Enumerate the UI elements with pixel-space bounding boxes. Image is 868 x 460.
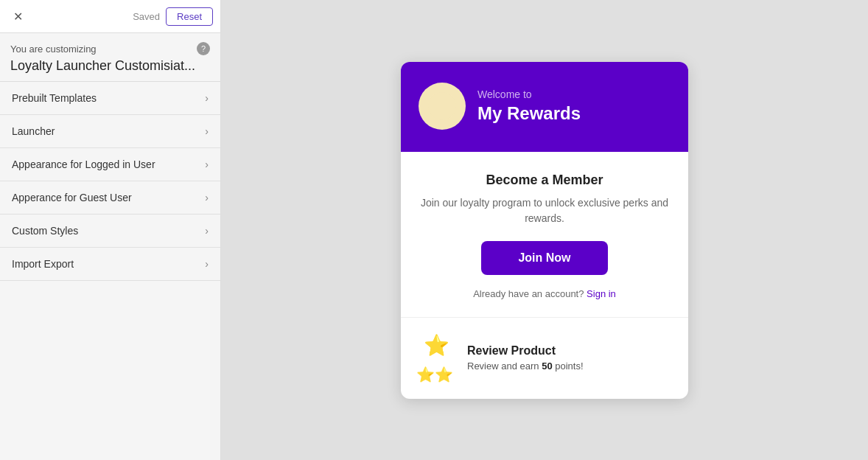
nav-item-label: Import Export [12, 258, 74, 270]
welcome-to-label: Welcome to [477, 88, 581, 100]
chevron-right-icon: › [205, 158, 209, 170]
chevron-right-icon: › [205, 225, 209, 237]
sidebar: ✕ Saved Reset You are customizing ? Loya… [0, 0, 221, 460]
saved-status: Saved [133, 11, 160, 22]
become-member-section: Become a Member Join our loyalty program… [401, 152, 688, 318]
nav-item-label: Apperance for Guest User [12, 192, 132, 203]
customizing-title: Loyalty Launcher Customisiat... [10, 58, 210, 74]
review-product-description: Review and earn 50 points! [467, 360, 584, 372]
become-member-description: Join our loyalty program to unlock exclu… [419, 195, 671, 226]
join-now-button[interactable]: Join Now [481, 241, 607, 275]
customizing-row: You are customizing ? [10, 42, 210, 55]
sidebar-item-appearance-guest-user[interactable]: Apperance for Guest User › [0, 181, 220, 215]
review-desc-prefix: Review and earn [467, 360, 542, 372]
sidebar-item-prebuilt-templates[interactable]: Prebuilt Templates › [0, 82, 220, 115]
rewards-title: My Rewards [477, 103, 581, 124]
widget-body: Become a Member Join our loyalty program… [401, 152, 688, 399]
nav-item-label: Appearance for Logged in User [12, 158, 155, 170]
review-stars-icon: ⭐ ⭐⭐ [416, 331, 457, 386]
nav-item-label: Custom Styles [12, 225, 78, 237]
rewards-logo-icon: 👍 [419, 83, 466, 130]
preview-area: 👍 Welcome to My Rewards Become a Member … [221, 0, 868, 460]
sidebar-item-custom-styles[interactable]: Custom Styles › [0, 215, 220, 248]
sign-in-row: Already have an account? Sign in [419, 288, 671, 299]
help-icon[interactable]: ? [197, 42, 210, 55]
rewards-widget: 👍 Welcome to My Rewards Become a Member … [401, 62, 688, 399]
sign-in-text: Already have an account? [473, 288, 584, 299]
sign-in-link[interactable]: Sign in [587, 288, 616, 299]
reset-button[interactable]: Reset [166, 7, 213, 26]
chevron-right-icon: › [205, 258, 209, 270]
review-product-title: Review Product [467, 344, 584, 358]
sidebar-item-launcher[interactable]: Launcher › [0, 115, 220, 148]
svg-point-0 [428, 92, 456, 120]
chevron-right-icon: › [205, 125, 209, 137]
customizing-section: You are customizing ? Loyalty Launcher C… [0, 33, 220, 82]
become-member-title: Become a Member [419, 172, 671, 188]
chevron-right-icon: › [205, 192, 209, 203]
close-icon: ✕ [13, 10, 23, 24]
sidebar-item-import-export[interactable]: Import Export › [0, 248, 220, 281]
close-button[interactable]: ✕ [7, 6, 28, 27]
nav-items: Prebuilt Templates › Launcher › Appearan… [0, 82, 220, 460]
widget-header-text: Welcome to My Rewards [477, 88, 581, 124]
review-points-value: 50 [542, 360, 552, 372]
review-product-section: ⭐ ⭐⭐ Review Product Review and earn 50 p… [401, 318, 688, 399]
sidebar-item-appearance-logged-user[interactable]: Appearance for Logged in User › [0, 148, 220, 181]
widget-header: 👍 Welcome to My Rewards [401, 62, 688, 152]
thumbs-up-svg: 👍 [428, 92, 456, 120]
customizing-label: You are customizing [10, 43, 97, 55]
nav-item-label: Prebuilt Templates [12, 92, 97, 104]
review-desc-suffix: points! [553, 360, 584, 372]
chevron-right-icon: › [205, 92, 209, 104]
review-text-block: Review Product Review and earn 50 points… [467, 344, 584, 372]
sidebar-header: ✕ Saved Reset [0, 0, 220, 33]
nav-item-label: Launcher [12, 125, 55, 137]
